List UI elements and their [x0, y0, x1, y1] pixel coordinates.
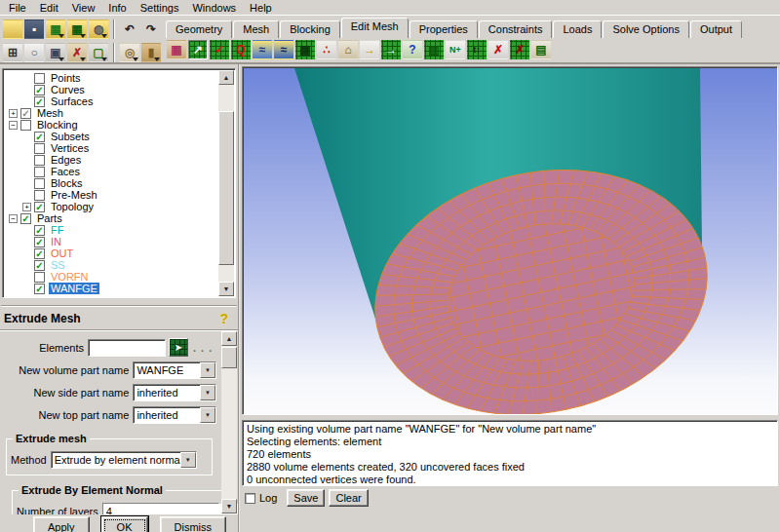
- form-scroll-thumb[interactable]: [221, 347, 237, 368]
- tree-item-label[interactable]: IN: [49, 236, 63, 247]
- tree-checkbox[interactable]: [34, 272, 45, 283]
- tree-checkbox[interactable]: ✓: [34, 202, 45, 212]
- tree-item-label[interactable]: Parts: [35, 212, 64, 224]
- tab-mesh[interactable]: Mesh: [233, 20, 279, 38]
- tree-item-label[interactable]: VORFN: [49, 271, 91, 283]
- side-part-combo[interactable]: inherited ▼: [133, 384, 216, 401]
- expand-icon[interactable]: +: [9, 109, 18, 118]
- tree-checkbox[interactable]: [34, 190, 45, 201]
- tree-checkbox[interactable]: ✓: [34, 284, 45, 294]
- clear-log-button[interactable]: Clear: [329, 489, 368, 507]
- reset-view-icon[interactable]: ▢: [89, 43, 108, 62]
- create-elements-icon[interactable]: ▦: [167, 40, 186, 59]
- scroll-down-icon[interactable]: ▼: [218, 282, 234, 296]
- tab-constraints[interactable]: Constraints: [479, 20, 553, 38]
- collapse-icon[interactable]: −: [9, 214, 18, 223]
- open-mesh-icon[interactable]: ▦: [46, 19, 65, 39]
- transform-mesh-icon[interactable]: →: [381, 40, 401, 59]
- tree-checkbox[interactable]: ✓: [34, 85, 45, 95]
- undo-icon[interactable]: ↶: [120, 19, 139, 39]
- apply-button[interactable]: Apply: [33, 516, 90, 532]
- renumber-mesh-icon[interactable]: N+: [446, 40, 465, 59]
- reorient-mesh-icon[interactable]: t↕: [467, 40, 487, 59]
- tree-item-label[interactable]: Mesh: [35, 107, 65, 119]
- mesh-quality-icon[interactable]: Q: [231, 40, 251, 59]
- tab-edit-mesh[interactable]: Edit Mesh: [341, 18, 409, 38]
- tree-checkbox[interactable]: [34, 155, 45, 166]
- zoom-window-icon[interactable]: ○: [24, 43, 44, 62]
- dismiss-button[interactable]: Dismiss: [160, 516, 227, 532]
- dropdown-arrow-icon[interactable]: [133, 57, 138, 61]
- fit-window-icon[interactable]: ⊞: [3, 43, 22, 62]
- menu-item-edit[interactable]: Edit: [33, 1, 65, 15]
- tab-solve-options[interactable]: Solve Options: [603, 20, 688, 38]
- chevron-down-icon[interactable]: ▼: [200, 385, 215, 400]
- tree-item-label[interactable]: Pre-Mesh: [49, 189, 99, 201]
- tree-item-label[interactable]: Faces: [49, 166, 82, 177]
- help-icon[interactable]: ?: [219, 311, 228, 326]
- snapshot-icon[interactable]: ▣: [46, 43, 65, 62]
- tree-item-label[interactable]: Blocks: [49, 177, 84, 189]
- select-elements-button[interactable]: ➤: [169, 338, 188, 357]
- tree-item-label[interactable]: Curves: [49, 84, 87, 95]
- adjust-mesh-density-icon[interactable]: ▥: [424, 40, 444, 59]
- wireframe-view-icon[interactable]: ◎: [120, 43, 139, 62]
- mesh-info-icon[interactable]: ▤: [531, 40, 551, 59]
- scroll-up-icon[interactable]: ▲: [218, 70, 234, 85]
- log-checkbox[interactable]: [245, 493, 255, 504]
- tree-item-label[interactable]: Subsets: [49, 131, 92, 142]
- tree-item-label[interactable]: Points: [49, 72, 83, 84]
- tree-checkbox[interactable]: ✓: [34, 225, 45, 236]
- tree-item-label[interactable]: FF: [49, 224, 65, 236]
- menu-item-windows[interactable]: Windows: [185, 1, 243, 15]
- menu-item-help[interactable]: Help: [243, 1, 279, 15]
- smooth-mesh-globally-icon[interactable]: ≈: [253, 40, 272, 59]
- elements-input[interactable]: [88, 339, 166, 357]
- tab-properties[interactable]: Properties: [410, 20, 478, 38]
- convert-mesh-type-icon[interactable]: ?: [403, 40, 422, 59]
- tree-item-label[interactable]: Vertices: [49, 142, 91, 154]
- collapse-icon[interactable]: −: [9, 121, 18, 130]
- tab-loads[interactable]: Loads: [553, 20, 602, 38]
- tree-item-label[interactable]: SS: [49, 259, 67, 271]
- tree-checkbox[interactable]: ✓: [34, 248, 45, 259]
- dropdown-arrow-icon[interactable]: [80, 34, 86, 38]
- tree-checkbox[interactable]: [34, 73, 45, 84]
- top-part-combo[interactable]: inherited ▼: [133, 406, 216, 424]
- tree-checkbox[interactable]: [34, 143, 45, 154]
- tab-blocking[interactable]: Blocking: [280, 20, 340, 38]
- open-geometry-icon[interactable]: ◍: [89, 19, 108, 39]
- tree-item-label[interactable]: OUT: [49, 247, 75, 259]
- menu-item-info[interactable]: Info: [101, 1, 133, 15]
- move-nodes-icon[interactable]: →: [360, 40, 379, 59]
- dropdown-arrow-icon[interactable]: [101, 34, 107, 38]
- tree-checkbox[interactable]: ✓: [34, 260, 45, 271]
- delete-nodes-icon[interactable]: ✗: [488, 40, 508, 59]
- menu-item-file[interactable]: File: [2, 1, 33, 15]
- save-project-icon[interactable]: ▪: [24, 19, 44, 39]
- menu-item-settings[interactable]: Settings: [134, 1, 186, 15]
- tree-checkbox[interactable]: ✓: [34, 237, 45, 247]
- layers-spinner[interactable]: ▲▼: [102, 503, 219, 514]
- dropdown-arrow-icon[interactable]: [154, 57, 160, 61]
- extrude-mesh-icon[interactable]: ↗: [188, 40, 208, 59]
- viewport-3d[interactable]: [242, 66, 778, 415]
- scroll-down-icon[interactable]: ▼: [221, 499, 237, 513]
- ok-button[interactable]: OK: [101, 516, 148, 532]
- tree-item-label[interactable]: Topology: [49, 201, 96, 212]
- delete-elements-icon[interactable]: ✗: [510, 40, 529, 59]
- chevron-down-icon[interactable]: ▼: [180, 452, 196, 468]
- measure-distance-icon[interactable]: ✗: [67, 43, 87, 62]
- dropdown-arrow-icon[interactable]: [58, 34, 64, 38]
- form-scrollbar[interactable]: ▲ ▼: [221, 331, 237, 513]
- split-mesh-icon[interactable]: ⌂: [338, 40, 358, 59]
- scroll-up-icon[interactable]: ▲: [221, 331, 237, 346]
- dropdown-arrow-icon[interactable]: [58, 57, 64, 61]
- volume-part-combo[interactable]: WANFGE ▼: [133, 361, 216, 379]
- chevron-down-icon[interactable]: ▼: [200, 407, 215, 423]
- smooth-hexahedral-icon[interactable]: ≈: [274, 40, 293, 59]
- check-mesh-icon[interactable]: ✓: [210, 40, 229, 59]
- merge-nodes-icon[interactable]: ∴: [317, 40, 336, 59]
- tree-scrollbar[interactable]: ▲ ▼: [218, 70, 234, 296]
- tree-checkbox[interactable]: ✓: [34, 96, 45, 107]
